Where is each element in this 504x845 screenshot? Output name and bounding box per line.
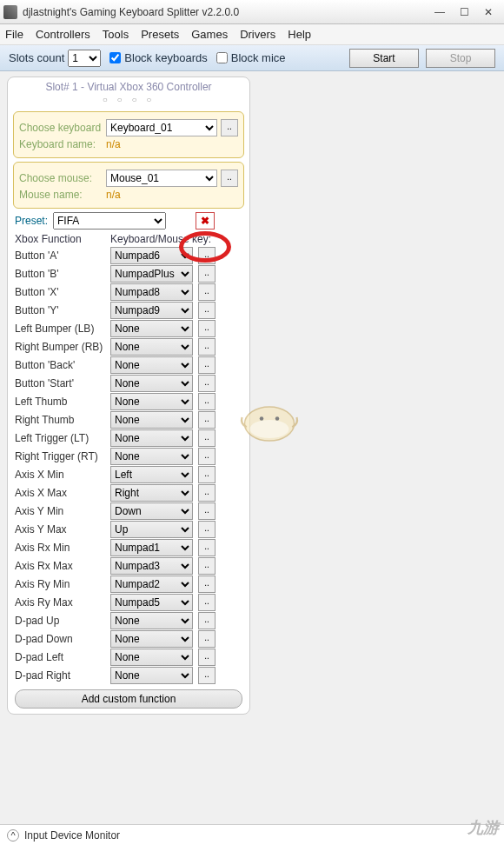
mapping-row: D-pad LeftNone.. [15, 649, 242, 666]
mapping-key-select[interactable]: Numpad9 [110, 302, 193, 319]
maximize-button[interactable]: ☐ [452, 3, 476, 21]
titlebar: djlastnight's Gaming Keyboard Splitter v… [0, 0, 504, 24]
mapping-key-select[interactable]: None [110, 429, 193, 447]
keyboard-select[interactable]: Keyboard_01 [106, 119, 217, 136]
mapping-key-select[interactable]: Right [110, 484, 193, 502]
mapping-row: Button 'B'NumpadPlus.. [15, 265, 242, 283]
mapping-key-select[interactable]: Numpad6 [110, 247, 193, 264]
choose-mouse-label: Choose mouse: [19, 172, 106, 184]
close-button[interactable]: ✕ [476, 3, 501, 21]
mapping-row: Button 'Back'None.. [15, 356, 242, 374]
stop-button[interactable]: Stop [426, 49, 495, 68]
mapping-row: Axis X MinLeft.. [15, 466, 242, 483]
block-keyboards-checkbox[interactable] [109, 52, 121, 63]
slot-panel: Slot# 1 - Virtual Xbox 360 Controller ○ … [7, 77, 250, 715]
mapping-key-select[interactable]: None [110, 411, 193, 429]
mapping-browse-button[interactable]: .. [198, 247, 216, 264]
menu-file[interactable]: File [5, 28, 23, 41]
mapping-key-select[interactable]: None [110, 338, 193, 356]
mapping-key-select[interactable]: None [110, 356, 193, 374]
mapping-key-select[interactable]: Numpad1 [110, 539, 193, 556]
mapping-browse-button[interactable]: .. [198, 484, 216, 502]
menubar: File Controllers Tools Presets Games Dri… [0, 24, 504, 45]
mapping-browse-button[interactable]: .. [198, 502, 216, 520]
mapping-browse-button[interactable]: .. [198, 594, 216, 611]
mapping-browse-button[interactable]: .. [198, 667, 216, 684]
mapping-row: Left Bumper (LB)None.. [15, 320, 242, 337]
mapping-browse-button[interactable]: .. [198, 375, 216, 392]
mapping-function: D-pad Left [15, 651, 110, 663]
mapping-browse-button[interactable]: .. [198, 576, 216, 593]
mapping-browse-button[interactable]: .. [198, 521, 216, 538]
menu-games[interactable]: Games [191, 28, 228, 41]
slots-count-select[interactable]: 1 [68, 50, 101, 67]
mapping-browse-button[interactable]: .. [198, 265, 216, 283]
minimize-button[interactable]: — [428, 3, 452, 21]
mapping-key-select[interactable]: None [110, 612, 193, 629]
mapping-key-select[interactable]: None [110, 375, 193, 392]
mapping-key-select[interactable]: Up [110, 521, 193, 538]
mapping-function: Right Bumper (RB) [15, 341, 110, 353]
block-mice-checkbox[interactable] [216, 52, 228, 63]
mouse-select[interactable]: Mouse_01 [106, 170, 217, 187]
block-keyboards-label: Block keyboards [124, 51, 207, 64]
mapping-key-select[interactable]: NumpadPlus [110, 265, 193, 283]
mapping-browse-button[interactable]: .. [198, 283, 216, 301]
statusbar: ^ Input Device Monitor [0, 824, 504, 845]
mappings-list: Button 'A'Numpad6..Button 'B'NumpadPlus.… [8, 247, 249, 684]
status-text: Input Device Monitor [24, 829, 120, 842]
mapping-browse-button[interactable]: .. [198, 411, 216, 429]
mouse-panel: Choose mouse: Mouse_01 .. Mouse name: n/… [13, 162, 244, 209]
mapping-function: Button 'Y' [15, 304, 110, 316]
menu-drivers[interactable]: Drivers [240, 28, 275, 41]
mapping-key-select[interactable]: Down [110, 502, 193, 520]
mapping-function: Button 'Back' [15, 359, 110, 371]
mapping-row: D-pad DownNone.. [15, 630, 242, 648]
mapping-key-select[interactable]: Numpad3 [110, 557, 193, 575]
mapping-function: Button 'B' [15, 268, 110, 280]
mapping-browse-button[interactable]: .. [198, 612, 216, 629]
col-keyboard-key: Keyboard/Mouse key: [110, 233, 211, 245]
mapping-browse-button[interactable]: .. [198, 302, 216, 319]
preset-delete-button[interactable]: ✖ [196, 212, 215, 230]
mapping-key-select[interactable]: Numpad5 [110, 594, 193, 611]
menu-presets[interactable]: Presets [141, 28, 179, 41]
mapping-browse-button[interactable]: .. [198, 649, 216, 666]
mapping-browse-button[interactable]: .. [198, 448, 216, 465]
mapping-function: Axis Rx Min [15, 542, 110, 554]
mapping-row: Right Bumper (RB)None.. [15, 338, 242, 356]
mapping-key-select[interactable]: Left [110, 466, 193, 483]
mapping-browse-button[interactable]: .. [198, 393, 216, 410]
mouse-browse-button[interactable]: .. [221, 170, 238, 187]
mapping-key-select[interactable]: Numpad2 [110, 576, 193, 593]
mapping-key-select[interactable]: None [110, 630, 193, 648]
menu-controllers[interactable]: Controllers [36, 28, 90, 41]
menu-tools[interactable]: Tools [103, 28, 129, 41]
keyboard-browse-button[interactable]: .. [221, 119, 238, 136]
mapping-browse-button[interactable]: .. [198, 320, 216, 337]
mapping-browse-button[interactable]: .. [198, 539, 216, 556]
mapping-browse-button[interactable]: .. [198, 338, 216, 356]
mapping-key-select[interactable]: None [110, 320, 193, 337]
mapping-key-select[interactable]: None [110, 649, 193, 666]
mapping-browse-button[interactable]: .. [198, 630, 216, 648]
mapping-row: Axis Y MaxUp.. [15, 521, 242, 538]
menu-help[interactable]: Help [288, 28, 311, 41]
preset-row: Preset: FIFA ✖ [15, 212, 242, 230]
mapping-function: Left Bumper (LB) [15, 323, 110, 335]
add-custom-button[interactable]: Add custom function [15, 689, 242, 709]
slot-dots: ○ ○ ○ ○ [8, 95, 249, 108]
mapping-browse-button[interactable]: .. [198, 429, 216, 447]
mapping-function: Left Trigger (LT) [15, 432, 110, 444]
expand-icon[interactable]: ^ [7, 829, 19, 842]
mapping-key-select[interactable]: Numpad8 [110, 283, 193, 301]
mapping-row: Button 'X'Numpad8.. [15, 283, 242, 301]
mapping-browse-button[interactable]: .. [198, 557, 216, 575]
start-button[interactable]: Start [349, 49, 419, 68]
mapping-key-select[interactable]: None [110, 393, 193, 410]
mapping-key-select[interactable]: None [110, 667, 193, 684]
mapping-browse-button[interactable]: .. [198, 466, 216, 483]
preset-select[interactable]: FIFA [53, 212, 166, 230]
mapping-key-select[interactable]: None [110, 448, 193, 465]
mapping-browse-button[interactable]: .. [198, 356, 216, 374]
